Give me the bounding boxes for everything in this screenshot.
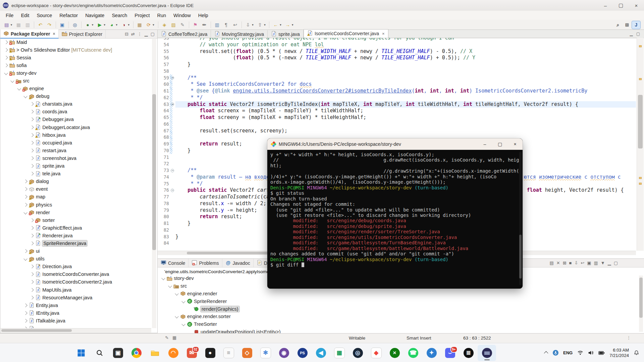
toolbar-new-java-project-button[interactable]: ▦ (136, 21, 144, 29)
fold-column[interactable] (170, 187, 175, 194)
expander-icon[interactable] (181, 322, 185, 326)
tree-item[interactable]: JIsometricCoordsConverter2.java (0, 278, 157, 286)
expander-icon[interactable] (168, 284, 172, 288)
collapse-all-button[interactable]: ⊟ (125, 32, 128, 37)
minimize-panel-button[interactable]: ▁ (608, 260, 611, 265)
expander-icon[interactable] (4, 71, 8, 75)
close-button[interactable]: × (629, 0, 644, 11)
link-with-editor-button[interactable]: ⇄ (131, 32, 135, 37)
toolbar-next-annotation-button[interactable]: ⇩▼ (244, 21, 255, 29)
tree-item[interactable]: engine.render (158, 290, 637, 298)
expander-icon[interactable] (30, 156, 34, 160)
word-wrap-button[interactable]: ↩ (581, 260, 584, 265)
tray-chevron-up-icon[interactable] (545, 351, 548, 354)
taskbar-music-dark[interactable]: ≣ (459, 345, 478, 361)
taskbar-telegram[interactable]: ◀ (312, 345, 330, 361)
editor-scrollbar[interactable] (637, 38, 644, 251)
taskbar-task-view[interactable]: ▣ (109, 345, 127, 361)
expander-icon[interactable] (30, 234, 34, 237)
editor-tab-MovingStrategy.java[interactable]: JMovingStrategy.java (211, 30, 268, 38)
expander-icon[interactable] (30, 125, 34, 129)
expander-icon[interactable] (30, 296, 34, 299)
git-bash-titlebar[interactable]: MINGW64:/c/Users/Denis-PC/eclipse-worksp… (267, 138, 523, 150)
tree-item[interactable]: sorter (0, 216, 157, 224)
toolbar-show-whitespace-button[interactable]: ¶ (222, 21, 230, 29)
fold-column[interactable] (170, 167, 175, 174)
menu-run[interactable]: Run (153, 11, 170, 19)
editor-tab-IsometricCoordsConverter.java[interactable]: JIsometricCoordsConverter.java× (304, 29, 388, 38)
expander-icon[interactable] (30, 164, 34, 168)
tree-item[interactable]: JARenderer.java (0, 232, 157, 239)
toolbar-debug-button[interactable]: ●▼ (84, 21, 95, 29)
menu-file[interactable]: File (2, 11, 17, 19)
expander-icon[interactable] (30, 218, 34, 222)
tree-item[interactable]: physics (0, 201, 157, 208)
taskbar-github[interactable]: ◉ (275, 345, 293, 361)
scroll-lock-button[interactable]: ⇩ (574, 260, 578, 265)
taskbar-start[interactable] (72, 345, 90, 361)
taskbar-game-orange[interactable]: ◇ (238, 345, 256, 361)
toolbar-save-button[interactable]: ▦ (14, 21, 23, 29)
toolbar-profile-button[interactable]: ◑▼ (120, 21, 131, 29)
expander-icon[interactable] (30, 280, 34, 284)
maximize-editor-button[interactable]: ▢ (636, 32, 640, 36)
menu-navigate[interactable]: Navigate (82, 11, 108, 19)
taskbar-notepad[interactable]: ≡ (219, 345, 238, 361)
notification-bell-icon[interactable] (634, 350, 639, 356)
taskbar-chrome[interactable] (127, 345, 146, 361)
clear-console-button[interactable]: ▤ (549, 260, 553, 265)
toolbar-open-resource-button[interactable]: ▨ (169, 21, 178, 29)
tree-item[interactable]: JEntity.java (0, 301, 157, 309)
taskbar-whatsapp[interactable]: ☎ (404, 345, 422, 361)
tree-item[interactable]: event (0, 185, 157, 193)
expander-icon[interactable] (23, 180, 27, 183)
taskbar-discord[interactable]: ⌣9+ (441, 345, 459, 361)
expander-icon[interactable] (4, 48, 8, 52)
toolbar-forward-button[interactable]: →▼ (283, 21, 295, 29)
taskbar-search[interactable] (90, 345, 109, 361)
menu-help[interactable]: Help (195, 11, 212, 19)
expander-icon[interactable] (23, 95, 27, 98)
toolbar-build-button[interactable]: ⟳▼ (145, 21, 156, 29)
git-bash-window[interactable]: MINGW64:/c/Users/Denis-PC/eclipse-worksp… (267, 138, 523, 289)
view-menu-button[interactable]: ⋮ (138, 32, 142, 37)
tree-item[interactable]: render (0, 208, 157, 216)
menu-project[interactable]: Project (131, 11, 153, 19)
taskbar-recorder-dark[interactable]: ● (201, 345, 219, 361)
tree-item[interactable]: Jcoords.java (0, 108, 157, 116)
tree-item[interactable]: JDebuggerLocator.java (0, 123, 157, 131)
toolbar-search-dialog-button[interactable]: ◎ (71, 21, 79, 29)
menu-window[interactable]: Window (170, 11, 195, 19)
tree-item[interactable]: JITalkable.java (0, 317, 157, 324)
expander-icon[interactable] (23, 203, 27, 206)
tree-item[interactable]: Joccupied.java (0, 139, 157, 146)
menu-search[interactable]: Search (108, 11, 131, 19)
annotation-marker[interactable] (639, 177, 642, 179)
taskbar-flower-blue[interactable]: ✻ (256, 345, 275, 361)
maximize-button[interactable]: ▢ (613, 0, 629, 11)
terminal-minimize-button[interactable]: – (477, 138, 492, 150)
toolbar-previous-annotation-button[interactable]: ⇧▼ (256, 21, 267, 29)
close-tab-icon[interactable]: × (382, 31, 385, 36)
toolbar-open-type-button[interactable]: ◈ (160, 21, 169, 29)
expander-icon[interactable] (17, 86, 21, 90)
tree-item[interactable]: Jhitbox.java (0, 131, 157, 139)
taskbar-xbox[interactable]: × (385, 345, 404, 361)
expander-icon[interactable] (4, 63, 8, 67)
expander-icon[interactable] (30, 273, 34, 276)
expander-icon[interactable] (161, 277, 165, 280)
tree-item[interactable]: J> Owl's Slideshow Editor [MITCutscene d… (0, 46, 157, 54)
tree-item[interactable]: Jtele.java (0, 170, 157, 178)
tree-item[interactable]: Jsofia (0, 61, 157, 69)
toolbar-open-perspective-button[interactable]: ⊞ (623, 21, 631, 29)
terminal-maximize-button[interactable]: ▢ (492, 138, 507, 150)
taskbar-playstation[interactable]: PS (293, 345, 312, 361)
tree-item[interactable]: Jscreenshot.java (0, 154, 157, 162)
expander-icon[interactable] (23, 187, 27, 191)
tree-item[interactable]: debug (0, 93, 157, 100)
view-tab-package-explorer[interactable]: Package Explorer× (0, 29, 59, 39)
tree-item[interactable]: Jcharstats.java (0, 100, 157, 108)
tree-item[interactable]: JResourceManager.java (0, 294, 157, 301)
minimize-view-button[interactable]: ▁ (145, 32, 148, 37)
expander-icon[interactable] (30, 172, 34, 175)
